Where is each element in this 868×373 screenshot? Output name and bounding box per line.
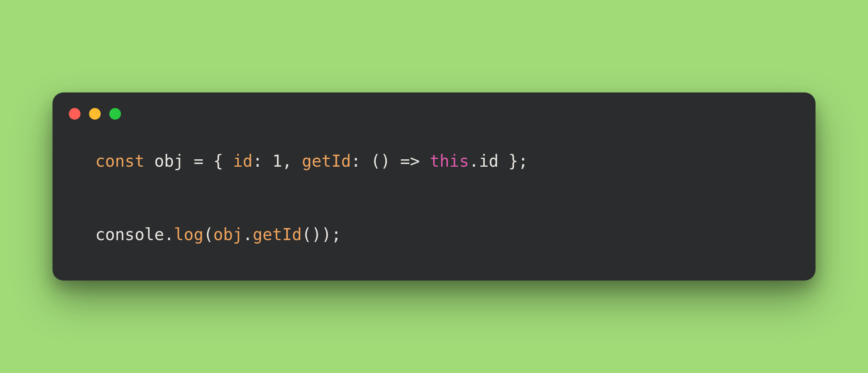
token-space [262, 152, 272, 171]
token-dot: . [469, 152, 479, 171]
token-colon: : [351, 152, 361, 171]
token-space [390, 152, 400, 171]
token-parens: () [371, 152, 390, 171]
token-lparen: ( [203, 225, 213, 244]
token-space [292, 152, 302, 171]
window-titlebar [52, 92, 816, 124]
token-space [144, 152, 154, 171]
token-ident-obj: obj [154, 152, 184, 171]
token-prop-getid: getId [302, 152, 351, 171]
token-prop-id: id [233, 152, 253, 171]
token-ident-id: id [479, 152, 499, 171]
token-colon: : [253, 152, 262, 171]
code-window: const obj = { id: 1, getId: () => this.i… [52, 92, 816, 281]
token-space [203, 152, 213, 171]
minimize-icon[interactable] [89, 108, 101, 120]
token-method-log: log [174, 225, 203, 244]
token-arrow: => [400, 152, 420, 171]
token-space [499, 152, 508, 171]
token-dot: . [243, 225, 252, 244]
token-comma: , [282, 152, 292, 171]
stage: const obj = { id: 1, getId: () => this.i… [0, 0, 868, 373]
token-rbrace: } [508, 152, 518, 171]
token-lbrace: { [213, 152, 223, 171]
token-equals: = [194, 152, 203, 171]
token-method-getid: getId [253, 225, 302, 244]
token-dot: . [164, 225, 174, 244]
token-semicolon: ; [518, 152, 528, 171]
token-number-1: 1 [272, 152, 282, 171]
token-keyword-const: const [95, 152, 144, 171]
token-this: this [430, 152, 469, 171]
code-block: const obj = { id: 1, getId: () => this.i… [52, 124, 816, 257]
zoom-icon[interactable] [109, 108, 121, 120]
token-space [184, 152, 194, 171]
token-rparen: ) [322, 225, 331, 244]
token-ident-console: console [95, 225, 164, 244]
token-call-parens: () [302, 225, 322, 244]
token-semicolon: ; [331, 225, 341, 244]
token-space [361, 152, 371, 171]
close-icon[interactable] [69, 108, 80, 120]
token-space [420, 152, 430, 171]
token-ident-obj: obj [213, 225, 243, 244]
token-space [223, 152, 233, 171]
